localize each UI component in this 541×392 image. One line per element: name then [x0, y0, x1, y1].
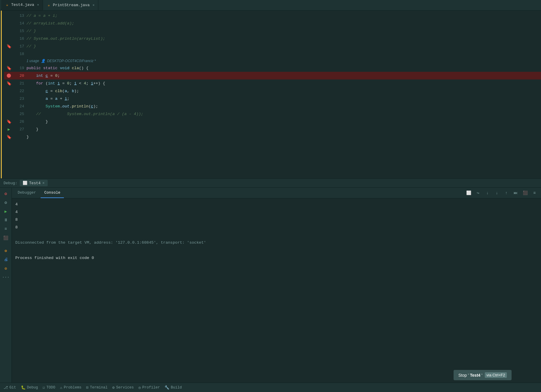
toolbar-btn-layout[interactable]: ≡ [530, 189, 539, 197]
status-git[interactable]: ⎇ Git [4, 385, 16, 390]
tab-printstream-label: PrintStream.java [53, 3, 90, 7]
build-label: Build [171, 386, 182, 390]
code-26: } [26, 119, 541, 124]
java-icon-test4: ☕ [5, 3, 9, 7]
tab-debugger-label: Debugger [18, 190, 36, 195]
linenum-27b: · [14, 135, 24, 139]
toolbar-btn-stepover[interactable]: ↓ [483, 189, 492, 197]
circle-icon[interactable]: ⊙ [2, 265, 9, 272]
user-icon: 👤 [41, 59, 45, 63]
code-18 [26, 52, 541, 56]
bookmark-icon-27b: 🔖 [6, 134, 11, 139]
editor-area: 13 // a = a + i; 14 // arrayList.add(a);… [0, 11, 541, 178]
services-icon: ⚙ [112, 385, 115, 390]
linenum-14: 14 [14, 21, 24, 26]
toolbar-btn-stepinto[interactable]: ↓ [493, 189, 501, 197]
code-container[interactable]: 13 // a = a + i; 14 // arrayList.add(a);… [2, 11, 541, 178]
debug-session-label: Test4 [29, 181, 41, 185]
tab-test4[interactable]: ☕ Test4.java × [1, 0, 43, 10]
stop-icon[interactable]: ⬛ [2, 234, 9, 241]
toolbar-btn-stepout[interactable]: ↑ [502, 189, 510, 197]
code-15: // } [26, 29, 541, 33]
git-label: Git [9, 386, 16, 390]
console-output[interactable]: 4 4 8 8 Disconnected from the target VM,… [12, 198, 541, 383]
status-services[interactable]: ⚙ Services [112, 385, 134, 390]
run-icon[interactable]: ▶ [2, 208, 9, 215]
tab-test4-close[interactable]: × [37, 3, 39, 7]
debug-panel-content: Debugger Console ⬜ ↪ ↓ ↓ ↑ ⏭ ⬛ ≡ 4 4 8 8 [12, 188, 541, 383]
hint-text: 1 usage 👤 DESKTOP-OC0T4C0\Franciz * [26, 59, 96, 63]
debug-bar: Debug: ⬜ Test4 × [0, 178, 541, 188]
gutter-19: 🔖 [4, 66, 14, 71]
linenum-22: 22 [14, 89, 24, 93]
line-23: 23 a = a + i; [4, 95, 541, 102]
settings-icon[interactable]: ⚙ [2, 199, 9, 206]
gutter-17: 🔖 [4, 44, 14, 49]
bookmark-icon-17: 🔖 [6, 44, 11, 49]
output-empty-2 [15, 247, 537, 254]
status-profiler[interactable]: ◎ Profiler [138, 385, 160, 390]
tab-printstream-close[interactable]: × [92, 4, 94, 7]
status-debug[interactable]: 🐛 Debug [21, 385, 38, 390]
terminal-icon: ⊡ [86, 385, 89, 390]
tab-console[interactable]: Console [41, 188, 64, 198]
tab-debugger[interactable]: Debugger [14, 188, 39, 198]
debug-session-tab[interactable]: ⬜ Test4 × [20, 180, 48, 186]
linenum-25: 25 [14, 112, 24, 116]
linenum-23: 23 [14, 97, 24, 101]
linenum-24: 24 [14, 104, 24, 109]
tab-bar: ☕ Test4.java × ☕ PrintStream.java × [0, 0, 541, 11]
print-icon[interactable]: 🖨 [2, 256, 9, 263]
line-13: 13 // a = a + i; [4, 12, 541, 19]
toolbar-btn-rerun[interactable]: ↪ [474, 189, 482, 197]
output-line-1: 4 [15, 201, 537, 208]
toolbar-btn-console[interactable]: ⬛ [521, 189, 529, 197]
tab-printstream[interactable]: ☕ PrintStream.java × [43, 0, 98, 10]
breakpoint-dot-20 [7, 74, 11, 78]
code-lines: 13 // a = a + i; 14 // arrayList.add(a);… [2, 11, 541, 142]
linenum-18: 18 [14, 52, 24, 56]
problems-icon: ⚠ [60, 385, 62, 390]
db-icon[interactable]: ⊜ [2, 247, 9, 254]
terminal-label: Terminal [90, 386, 108, 390]
tooltip-name: Test4 [470, 373, 481, 378]
session-icon: ⬜ [23, 181, 27, 185]
tab-console-label: Console [44, 190, 60, 195]
status-problems[interactable]: ⚠ Problems [60, 385, 82, 390]
debug-label: Debug: [4, 181, 17, 185]
git-icon: ⎇ [4, 385, 8, 390]
code-22: c = clb(a, b); [26, 89, 541, 93]
services-label: Services [116, 386, 134, 390]
profiler-icon: ◎ [138, 385, 141, 390]
todo-label: TODO [47, 386, 55, 390]
debug-settings-icon[interactable]: ⚙ [2, 190, 9, 197]
debug-session-close[interactable]: × [42, 181, 45, 185]
pause-icon[interactable]: ⏸ [2, 217, 9, 224]
finish-message: Process finished with exit code 0 [15, 256, 94, 260]
gutter-26: 🔖 [4, 119, 14, 124]
problems-label: Problems [64, 386, 82, 390]
status-terminal[interactable]: ⊡ Terminal [86, 385, 108, 390]
line-17: 🔖 17 // } [4, 42, 541, 50]
line-21: 🔖 21 for (int i = 0; i < 4; i++) { [4, 79, 541, 87]
output-line-3: 8 [15, 216, 537, 224]
line-18: 18 [4, 50, 541, 58]
line-27b: 🔖 · } [4, 133, 541, 141]
status-build[interactable]: 🔧 Build [165, 385, 182, 390]
more-icon[interactable]: ··· [2, 274, 9, 281]
stop-tooltip: Stop ' Test4 ' via Ctrl+F2 [454, 370, 512, 380]
linenum-27: 27 [14, 127, 24, 132]
gutter-27: ▶ [4, 127, 14, 132]
profiler-label: Profiler [142, 386, 160, 390]
output-line-2: 4 [15, 208, 537, 216]
toolbar-btn-newwindow[interactable]: ⬜ [464, 189, 473, 197]
gutter-20 [4, 74, 14, 78]
gutter-27b: 🔖 [4, 134, 14, 139]
linenum-26: 26 [14, 119, 24, 124]
status-todo[interactable]: ☑ TODO [43, 385, 55, 390]
code-27: } [26, 127, 541, 132]
output-line-4: 8 [15, 224, 537, 231]
line-22: 22 c = clb(a, b); [4, 87, 541, 95]
list-icon[interactable]: ≡ [2, 225, 9, 232]
toolbar-btn-resume[interactable]: ⏭ [512, 189, 520, 197]
